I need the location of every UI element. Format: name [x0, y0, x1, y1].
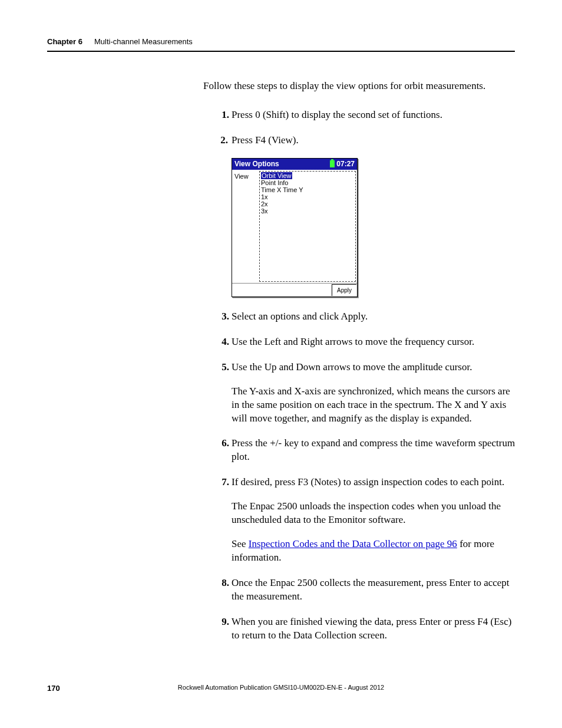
step-item: Press 0 (Shift) to display the second se…: [203, 108, 516, 122]
apply-button[interactable]: Apply: [332, 284, 356, 296]
step-text: Once the Enpac 2500 collects the measure…: [232, 577, 516, 604]
chapter-title: Multi-channel Measurements: [94, 37, 193, 47]
step-text: Press 0 (Shift) to display the second se…: [232, 108, 516, 122]
step-text: Select an options and click Apply.: [232, 310, 516, 324]
page-header: Chapter 6 Multi-channel Measurements: [47, 37, 515, 57]
content-area: Follow these steps to display the view o…: [203, 80, 516, 654]
device-screenshot: View Options 07:27 View Orbit View Point…: [232, 158, 358, 297]
device-option[interactable]: 2x: [261, 200, 268, 207]
step-item: Once the Enpac 2500 collects the measure…: [203, 577, 516, 604]
device-footer: Apply: [232, 283, 357, 297]
device-options-list[interactable]: Orbit View Point Info Time X Time Y 1x 2…: [259, 171, 356, 282]
device-option-selected[interactable]: Orbit View: [261, 172, 292, 179]
header-rule: [47, 51, 515, 52]
inspection-codes-link[interactable]: Inspection Codes and the Data Collector …: [249, 538, 457, 549]
device-titlebar: View Options 07:27: [232, 159, 357, 170]
device-title-text: View Options: [234, 159, 279, 169]
step-item: Press the +/- key to expand and compress…: [203, 437, 516, 464]
steps-list: Press 0 (Shift) to display the second se…: [203, 108, 516, 643]
step-para: The Y-axis and X-axis are synchronized, …: [232, 385, 516, 426]
step-text: Use the Left and Right arrows to move th…: [232, 335, 516, 349]
step-link-line: See Inspection Codes and the Data Collec…: [232, 538, 516, 565]
step-text: Press the +/- key to expand and compress…: [232, 437, 516, 464]
device-option[interactable]: 3x: [261, 207, 268, 215]
step-item: When you are finished viewing the data, …: [203, 615, 516, 643]
step-item: Use the Left and Right arrows to move th…: [203, 335, 516, 349]
step-item: Select an options and click Apply.: [203, 310, 516, 324]
step-item: Use the Up and Down arrows to move the a…: [203, 361, 516, 426]
device-time: 07:27: [336, 159, 355, 169]
device-option[interactable]: Point Info: [261, 179, 288, 186]
step-text: Press F4 (View).: [232, 134, 516, 147]
step-text: When you are finished viewing the data, …: [232, 615, 516, 643]
device-view-label: View: [233, 171, 259, 282]
device-option[interactable]: 1x: [261, 193, 268, 200]
step-para: The Enpac 2500 unloads the inspection co…: [232, 500, 516, 527]
device-option[interactable]: Time X Time Y: [261, 186, 303, 193]
intro-text: Follow these steps to display the view o…: [203, 80, 516, 93]
step-item: Press F4 (View). View Options 07:27 View…: [203, 134, 516, 297]
step-text: Use the Up and Down arrows to move the a…: [232, 361, 516, 374]
chapter-number: Chapter 6: [47, 37, 82, 47]
publication-line: Rockwell Automation Publication GMSI10-U…: [47, 683, 515, 692]
device-clock: 07:27: [330, 159, 355, 169]
step-text: If desired, press F3 (Notes) to assign i…: [232, 476, 516, 489]
battery-icon: [330, 160, 335, 167]
page-footer: 170 Rockwell Automation Publication GMSI…: [47, 683, 515, 694]
link-prefix: See: [232, 538, 249, 549]
step-item: If desired, press F3 (Notes) to assign i…: [203, 476, 516, 565]
